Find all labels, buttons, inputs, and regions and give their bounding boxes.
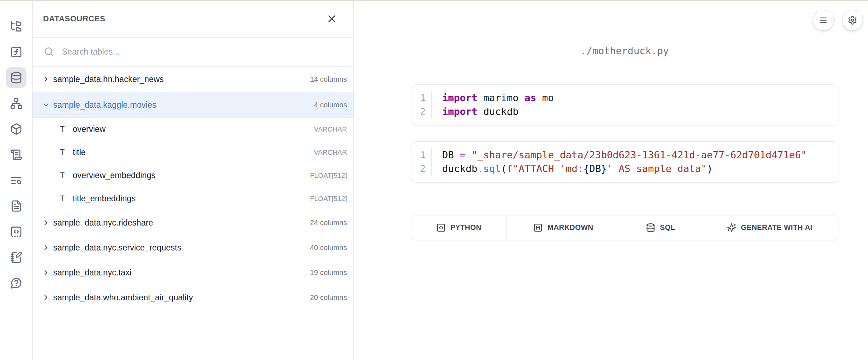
- add-button-label: SQL: [660, 223, 675, 232]
- table-columns-count: 19 columns: [310, 269, 347, 277]
- line-number: 2: [411, 162, 431, 176]
- notebook-main: ./motherduck.py 1import marimo as mo2imp…: [353, 0, 868, 360]
- text-type-icon: T: [58, 125, 66, 134]
- sidebar-item-scratchpad[interactable]: [6, 247, 26, 267]
- close-icon: [326, 13, 338, 25]
- table-fields: ToverviewVARCHARTtitleVARCHARToverview_e…: [33, 118, 353, 210]
- search-row: [33, 38, 353, 67]
- table-name: sample_data.kaggle.movies: [53, 100, 156, 110]
- code-text: import duckdb: [431, 105, 838, 119]
- code-text: import marimo as mo: [431, 91, 838, 105]
- notebook-menu-button[interactable]: [813, 10, 834, 31]
- field-row[interactable]: Ttitle_embeddingsFLOAT[512]: [33, 187, 353, 210]
- chevron-down-icon: [42, 101, 50, 109]
- datasources-panel: DATASOURCES sample_data.hn.hacker_news14…: [33, 0, 353, 360]
- table-row[interactable]: sample_data.nyc.rideshare24 columns: [33, 210, 353, 235]
- sidebar-item-outline[interactable]: [6, 144, 26, 165]
- app: DATASOURCES sample_data.hn.hacker_news14…: [0, 0, 868, 360]
- settings-button[interactable]: [842, 10, 863, 31]
- field-row[interactable]: Toverview_embeddingsFLOAT[512]: [33, 164, 353, 187]
- sidebar-item-packages[interactable]: [6, 119, 26, 139]
- file-tree-icon: [10, 20, 22, 33]
- code-token: sql: [483, 163, 501, 174]
- search-tables-input[interactable]: [61, 47, 346, 57]
- chevron-right-icon: [42, 244, 50, 252]
- code-token: duckdb: [442, 163, 478, 174]
- icon-rail: [0, 0, 33, 360]
- code-square-icon: [436, 223, 446, 232]
- list-search-icon: [10, 174, 22, 187]
- cells-container: 1import marimo as mo2import duckdb1DB = …: [411, 84, 838, 183]
- add-sql-cell-button[interactable]: SQL: [620, 215, 701, 240]
- notebook-actions: [813, 10, 863, 31]
- code-cell[interactable]: 1DB = "_share/sample_data/23b0d623-1361-…: [411, 141, 838, 183]
- table-row[interactable]: sample_data.who.ambient_air_quality20 co…: [33, 285, 353, 310]
- tables-list: sample_data.hn.hacker_news14 columnssamp…: [33, 67, 353, 360]
- sidebar-item-logs[interactable]: [6, 170, 26, 190]
- line-number: 1: [411, 148, 431, 162]
- line-number: 2: [411, 105, 431, 119]
- field-name: overview: [73, 124, 106, 134]
- file-text-icon: [10, 200, 22, 212]
- code-token: .: [478, 163, 483, 174]
- table-name: sample_data.hn.hacker_news: [53, 74, 164, 84]
- field-row[interactable]: TtitleVARCHAR: [33, 141, 353, 164]
- code-text: DB = "_share/sample_data/23b0d623-1361-4…: [431, 148, 838, 162]
- field-name: title: [73, 147, 86, 157]
- field-type: FLOAT[512]: [310, 195, 347, 203]
- m-square-icon: [533, 223, 543, 232]
- add-button-label: PYTHON: [450, 223, 482, 232]
- table-row[interactable]: sample_data.nyc.service_requests40 colum…: [33, 235, 353, 260]
- code-token: as: [525, 92, 537, 103]
- table-row[interactable]: sample_data.nyc.taxi19 columns: [33, 260, 353, 285]
- search-icon: [44, 47, 54, 57]
- code-token: =: [460, 149, 466, 160]
- add-button-label: GENERATE WITH AI: [741, 223, 813, 232]
- field-row[interactable]: ToverviewVARCHAR: [33, 118, 353, 141]
- box-icon: [10, 123, 22, 135]
- sidebar-item-snippets[interactable]: [6, 221, 26, 242]
- code-token: {DB}: [583, 163, 607, 174]
- window-top-strip: [0, 0, 868, 1]
- generate-with-ai-button[interactable]: GENERATE WITH AI: [701, 215, 838, 240]
- notebook-filename: ./motherduck.py: [411, 44, 838, 58]
- field-name: title_embeddings: [73, 194, 136, 203]
- code-cell[interactable]: 1import marimo as mo2import duckdb: [411, 84, 838, 125]
- field-type: VARCHAR: [314, 125, 347, 133]
- sidebar-item-dependencies[interactable]: [6, 93, 26, 113]
- table-columns-count: 14 columns: [310, 75, 347, 83]
- panel-title: DATASOURCES: [43, 14, 105, 23]
- close-panel-button[interactable]: [325, 12, 338, 25]
- add-markdown-cell-button[interactable]: MARKDOWN: [506, 215, 620, 240]
- chevron-right-icon: [42, 219, 50, 227]
- text-type-icon: T: [58, 148, 66, 157]
- notebook-content: ./motherduck.py 1import marimo as mo2imp…: [411, 0, 838, 240]
- sidebar-item-documentation[interactable]: [6, 196, 26, 216]
- code-token: marimo: [478, 92, 525, 103]
- sidebar-item-datasources[interactable]: [6, 67, 26, 88]
- notebook-pen-icon: [10, 251, 22, 263]
- code-line: 2import duckdb: [411, 105, 838, 119]
- table-name: sample_data.nyc.taxi: [53, 268, 131, 278]
- add-python-cell-button[interactable]: PYTHON: [411, 215, 506, 240]
- database-icon: [10, 72, 22, 84]
- sidebar-item-variables[interactable]: [6, 42, 26, 62]
- code-square-dashed-icon: [10, 226, 22, 238]
- table-row[interactable]: sample_data.kaggle.movies4 columns: [33, 92, 353, 118]
- table-name: sample_data.nyc.rideshare: [53, 218, 153, 228]
- table-row[interactable]: sample_data.hn.hacker_news14 columns: [33, 67, 353, 92]
- add-button-label: MARKDOWN: [547, 223, 593, 232]
- sidebar-item-help-chat[interactable]: [6, 273, 26, 293]
- sparkles-icon: [727, 223, 736, 232]
- sidebar-item-file-explorer[interactable]: [6, 16, 26, 37]
- settings-icon: [848, 16, 857, 25]
- table-columns-count: 40 columns: [310, 244, 347, 252]
- table-name: sample_data.who.ambient_air_quality: [53, 293, 193, 303]
- add-cell-toolbar: PYTHONMARKDOWNSQLGENERATE WITH AI: [411, 215, 838, 240]
- table-name: sample_data.nyc.service_requests: [53, 243, 181, 253]
- code-token: mo: [536, 92, 554, 103]
- text-type-icon: T: [58, 171, 66, 180]
- text-type-icon: T: [58, 194, 66, 203]
- code-token: "_share/sample_data/23b0d623-1361-421d-a…: [471, 149, 807, 160]
- code-token: duckdb: [478, 106, 519, 117]
